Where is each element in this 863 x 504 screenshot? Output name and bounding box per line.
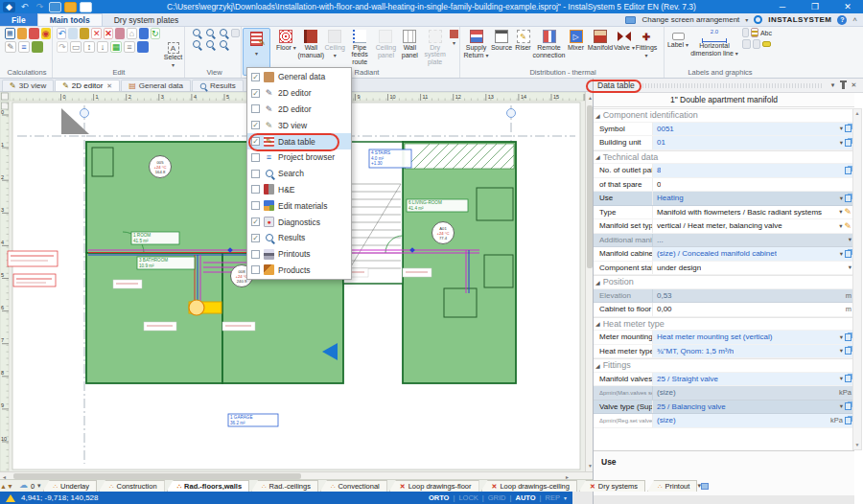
undo-icon[interactable]: ↶ [18,2,31,12]
refresh-icon[interactable]: ↻ [151,28,160,39]
property-value[interactable]: ... ▾ [653,234,853,247]
toggle-rep[interactable]: REP [546,493,560,502]
checkbox[interactable] [251,104,260,113]
copy-icon[interactable] [845,375,851,382]
property-value[interactable]: vertical / Heat meter, balancing valve ▾… [653,219,853,233]
copy-icon[interactable] [845,195,851,202]
menu-item-2d-editor[interactable]: ✎ 2D editor [247,85,351,102]
menu-item-search[interactable]: Search [247,166,351,182]
property-row-manifold-valves-set[interactable]: Manifold valves set 25 / Straight valve … [594,373,853,387]
scroll-down-icon[interactable]: ▼ [853,441,861,449]
source-button[interactable]: Source [490,29,513,65]
dropdown-caret-icon[interactable]: ▾ [849,263,851,271]
calc-run-icon[interactable] [29,28,38,39]
property-row-use[interactable]: Use Heating ▾ [594,192,853,206]
label-button[interactable]: Label ▾ [666,29,689,65]
menu-item-project-browser[interactable]: ≡ Project browser [247,149,351,166]
graphic-tool-icon[interactable] [742,28,749,37]
layer-tab-dry-systems[interactable]: ✕Dry systems [579,480,645,492]
section-expand-icon[interactable]: ◢ [595,362,600,369]
radiant-more-button[interactable]: ▾ [449,29,459,65]
property-value[interactable]: 25 / Balancing valve ▾ [653,401,853,414]
mixer-button[interactable]: ▷ Mixer [565,29,587,65]
new-file-icon[interactable] [80,2,92,12]
riser-button[interactable]: ✎ Riser [513,29,533,65]
floor-button[interactable]: Floor ▾ [274,29,298,65]
dropdown-caret-icon[interactable]: ▾ [840,333,843,341]
fittings-button[interactable]: ✚ Fittings ▾ [635,29,658,65]
layer-up-icon[interactable]: ▲ [0,480,7,492]
frame-icon[interactable]: ▭ [70,41,82,53]
copy-icon[interactable] [845,250,851,258]
view-grid-icon[interactable] [231,29,240,37]
property-row-manifold-set-type[interactable]: Manifold set type vertical / Heat meter,… [594,219,853,234]
property-row-cabinet-floor-distance[interactable]: Cabinet to floor distance 0,00 m [594,303,853,317]
menu-item-general-data[interactable]: General data [247,69,351,85]
cut-icon[interactable]: ✕ [91,28,101,39]
move-vertical-icon[interactable]: ↕ [83,41,95,53]
tab-results[interactable]: Results [192,80,244,91]
dropdown-caret-icon[interactable]: ▾ [840,347,843,355]
toggle-orto[interactable]: ORTO [429,493,450,502]
property-value[interactable]: 01 ▾ [653,136,853,149]
pin-icon[interactable] [842,82,845,89]
property-row-dp-min-valves[interactable]: Δpmin(Man.valves set) (size) kPa [594,386,853,401]
canvas-horizontal-scrollbar[interactable]: ◄ ► [0,471,593,479]
edit-pencil-icon[interactable]: ✎ [844,221,851,231]
property-row-component-status[interactable]: Component status under design ▾ [594,262,853,276]
layer-tab-printout[interactable]: ∴Printout [647,480,697,492]
menu-item-diagnostics[interactable]: ● Diagnostics [247,214,351,230]
zoom-out-icon[interactable] [206,29,214,36]
close-panel-icon[interactable]: ✕ [849,80,859,91]
change-screen-arrangement-button[interactable]: Change screen arrangement [641,15,739,24]
wall-manual-button[interactable]: Wall (manual) [298,29,324,65]
highlighter-icon[interactable] [762,41,771,47]
scroll-up-icon[interactable]: ▲ [853,109,861,118]
checkbox[interactable] [251,121,260,129]
section-expand-icon[interactable]: ◢ [595,279,600,286]
property-value[interactable]: (size) / Concealed manifold cabinet ▾ [653,247,853,261]
copy-icon[interactable] [68,28,78,39]
calc-check-icon[interactable] [32,41,43,53]
home-icon[interactable]: ⌂ [127,28,136,39]
calc-options-icon[interactable] [17,28,27,39]
layer-tab-underlay[interactable]: ∴Underlay [43,480,97,492]
undo-icon[interactable]: ↶ [57,28,66,39]
align-icon[interactable]: ≡ [124,41,135,53]
close-button[interactable]: ✕ [838,0,857,12]
dropdown-caret-icon[interactable]: ▾ [840,402,843,410]
minimize-button[interactable]: ─ [773,0,792,12]
property-value[interactable]: Heat meter mounting set (vertical) ▾ [653,331,853,344]
dropdown-caret-icon[interactable]: ▾ [839,208,842,216]
layer-down-icon[interactable]: ▼ [7,480,13,492]
layer-tab-loop-drawings-floor[interactable]: ✕Loop drawings-floor [389,480,479,492]
layer-tab-construction[interactable]: ∴Construction [99,480,165,492]
copy-icon[interactable] [845,347,851,355]
property-value[interactable]: 8 [653,164,853,177]
layer-tab-loop-drawings-ceiling[interactable]: ✕Loop drawings-ceiling [481,480,577,492]
property-row-symbol[interactable]: Symbol 0051 ▾ [594,123,853,137]
ceiling-panel-button[interactable]: Ceiling panel [374,29,399,65]
chevron-down-icon[interactable]: ▾ [37,480,41,492]
horizontal-dimension-line-button[interactable]: 2.0 Horizontal dimension line ▾ [689,29,739,65]
dropdown-caret-icon[interactable]: ▾ [840,375,843,382]
warning-icon[interactable] [6,494,15,502]
paste-icon[interactable] [80,28,89,39]
copy-icon[interactable] [845,417,851,424]
panel-header[interactable]: Data table ▾ ✕ [594,79,863,93]
chevron-down-icon[interactable]: ▾ [172,61,175,68]
toggle-lock[interactable]: LOCK [458,493,478,502]
section-expand-icon[interactable]: ◢ [595,320,600,327]
calc-list-icon[interactable]: ≡ [18,41,30,53]
valve-button[interactable]: Valve ▾ [614,29,635,65]
checkbox[interactable] [251,89,260,98]
redo-icon[interactable]: ↷ [57,41,68,53]
collapse-ribbon-icon[interactable]: ˄ [852,15,857,24]
property-value[interactable]: ¾"MT, Qnom: 1,5 m³/h ▾ [653,345,853,358]
property-row-cabinet-type[interactable]: Manifold cabinet type (size) / Concealed… [594,247,853,262]
chevron-down-icon[interactable]: ▾ [255,50,258,57]
copy-icon[interactable] [845,139,851,147]
property-row-spare[interactable]: of that spare 0 [594,178,853,193]
property-value[interactable]: 25 / Straight valve ▾ [653,373,853,386]
dropdown-caret-icon[interactable]: ▾ [840,250,843,258]
